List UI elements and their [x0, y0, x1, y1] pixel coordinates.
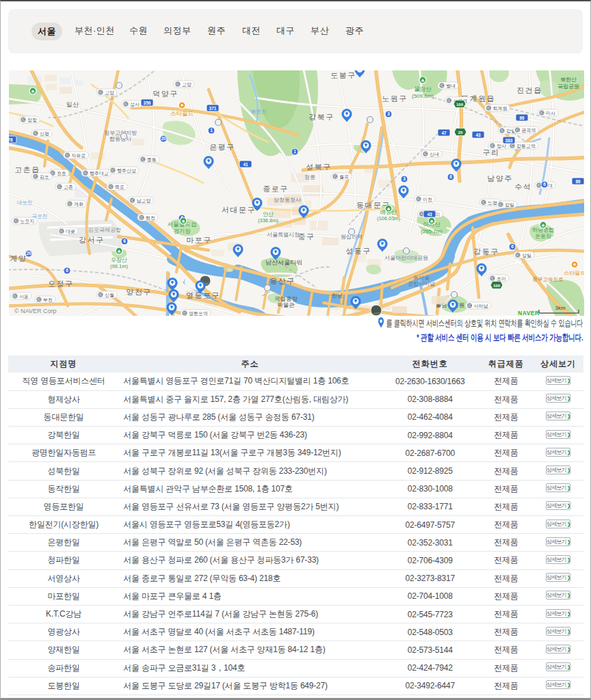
- svg-text:IC: IC: [441, 83, 444, 88]
- svg-text:43: 43: [427, 212, 432, 217]
- svg-text:IC: IC: [499, 202, 503, 206]
- svg-text:삼청동청사: 삼청동청사: [274, 197, 301, 203]
- svg-text:운동장: 운동장: [535, 233, 551, 239]
- svg-text:강서구: 강서구: [79, 236, 105, 244]
- svg-text:강일: 강일: [505, 202, 514, 207]
- svg-text:이천: 이천: [423, 197, 432, 202]
- svg-text:1: 1: [293, 149, 296, 154]
- svg-text:고양: 고양: [105, 90, 114, 95]
- svg-text:IC: IC: [183, 311, 187, 315]
- svg-text:3: 3: [387, 111, 390, 116]
- svg-text:43: 43: [475, 133, 481, 137]
- svg-text:행주산성: 행주산성: [117, 168, 136, 174]
- svg-text:신내: 신내: [430, 152, 439, 157]
- svg-text:불암산: 불암산: [414, 85, 432, 92]
- svg-text:86: 86: [519, 116, 525, 120]
- svg-text:현천: 현천: [146, 215, 155, 220]
- svg-text:스타필드: 스타필드: [170, 110, 194, 117]
- svg-text:덕양구: 덕양구: [153, 90, 179, 98]
- svg-text:20: 20: [161, 136, 166, 141]
- svg-text:초이: 초이: [497, 276, 506, 281]
- svg-text:© NAVER Corp: © NAVER Corp: [14, 308, 56, 314]
- svg-text:IC: IC: [420, 212, 423, 216]
- svg-text:김포: 김포: [40, 174, 49, 179]
- svg-text:IC: IC: [109, 185, 113, 189]
- svg-text:IC: IC: [468, 304, 471, 308]
- svg-text:자유로: 자유로: [72, 153, 86, 158]
- svg-text:노오지: 노오지: [21, 219, 35, 224]
- svg-text:금곡역: 금곡역: [522, 128, 536, 133]
- svg-text:IC: IC: [511, 144, 514, 148]
- svg-text:IC: IC: [140, 215, 144, 219]
- svg-text:망사: 망사: [497, 144, 506, 148]
- svg-text:계양: 계양: [10, 254, 27, 262]
- svg-text:장항: 장항: [27, 118, 37, 122]
- svg-text:IC: IC: [124, 102, 128, 106]
- svg-text:IC: IC: [516, 253, 520, 257]
- svg-text:용산구: 용산구: [270, 277, 296, 285]
- svg-text:남고양: 남고양: [137, 198, 151, 203]
- svg-text:합동청사: 합동청사: [109, 136, 131, 142]
- svg-text:IC: IC: [131, 198, 134, 202]
- svg-text:도평: 도평: [488, 200, 497, 206]
- svg-text:대보천: 대보천: [17, 200, 33, 206]
- svg-text:6: 6: [511, 244, 514, 249]
- svg-text:종로구: 종로구: [263, 185, 289, 193]
- svg-text:(509.6m): (509.6m): [412, 93, 434, 99]
- svg-text:남산서울타워: 남산서울타워: [265, 259, 302, 266]
- svg-text:371: 371: [209, 106, 217, 111]
- svg-text:IC: IC: [22, 118, 25, 122]
- svg-text:♣: ♣: [182, 219, 185, 224]
- svg-text:IC: IC: [60, 229, 64, 233]
- svg-text:서대문구: 서대문구: [222, 206, 256, 214]
- svg-text:IC: IC: [142, 157, 145, 161]
- svg-text:서울특별시청: 서울특별시청: [267, 232, 300, 238]
- svg-text:20: 20: [26, 251, 31, 256]
- svg-text:고양: 고양: [182, 82, 192, 87]
- svg-text:IC: IC: [482, 200, 486, 204]
- svg-text:상일: 상일: [522, 253, 531, 258]
- svg-text:6: 6: [543, 182, 546, 187]
- svg-text:경기장: 경기장: [173, 228, 191, 234]
- svg-text:6: 6: [66, 268, 68, 273]
- svg-text:대곶: 대곶: [66, 229, 75, 234]
- svg-text:6: 6: [449, 174, 452, 179]
- svg-text:♣: ♣: [387, 206, 391, 211]
- svg-text:별내: 별내: [446, 83, 456, 88]
- svg-text:IC: IC: [14, 294, 17, 298]
- svg-text:일산: 일산: [66, 101, 79, 108]
- svg-text:전호: 전호: [57, 171, 66, 176]
- svg-text:종합터미널: 종합터미널: [408, 281, 435, 287]
- svg-text:78: 78: [9, 137, 13, 142]
- svg-text:(336.8m): (336.8m): [258, 217, 279, 224]
- svg-text:383: 383: [505, 138, 513, 143]
- svg-text:IC: IC: [34, 131, 38, 135]
- svg-text:1: 1: [210, 128, 213, 133]
- svg-text:♣: ♣: [542, 223, 545, 228]
- svg-text:성동구: 성동구: [345, 247, 371, 255]
- svg-text:IC: IC: [540, 111, 544, 115]
- svg-text:IC: IC: [58, 185, 62, 189]
- svg-text:성북구: 성북구: [306, 163, 332, 171]
- svg-text:부천: 부천: [43, 297, 53, 302]
- svg-text:47: 47: [441, 131, 447, 135]
- svg-text:신평: 신평: [40, 131, 49, 137]
- svg-text:IC: IC: [66, 153, 69, 157]
- svg-text:정부고양지방: 정부고양지방: [104, 130, 137, 136]
- svg-text:개화: 개화: [74, 202, 83, 206]
- svg-text:스타필드: 스타필드: [564, 270, 584, 276]
- svg-text:풍동: 풍동: [147, 157, 157, 162]
- svg-text:IC: IC: [84, 171, 88, 175]
- svg-text:오정구: 오정구: [48, 280, 74, 288]
- svg-text:IC: IC: [538, 183, 541, 187]
- svg-text:(106.03m): (106.03m): [377, 215, 401, 221]
- svg-text:♣: ♣: [421, 78, 425, 83]
- svg-text:강동구: 강동구: [473, 247, 499, 256]
- svg-text:퇴계원: 퇴계원: [493, 106, 508, 111]
- svg-text:김포국제공항: 김포국제공항: [88, 227, 121, 233]
- svg-text:6: 6: [123, 239, 126, 243]
- svg-text:IC: IC: [68, 202, 72, 206]
- svg-text:영등포역: 영등포역: [189, 311, 208, 317]
- svg-text:IC: IC: [516, 128, 519, 132]
- svg-text:IC: IC: [491, 276, 495, 280]
